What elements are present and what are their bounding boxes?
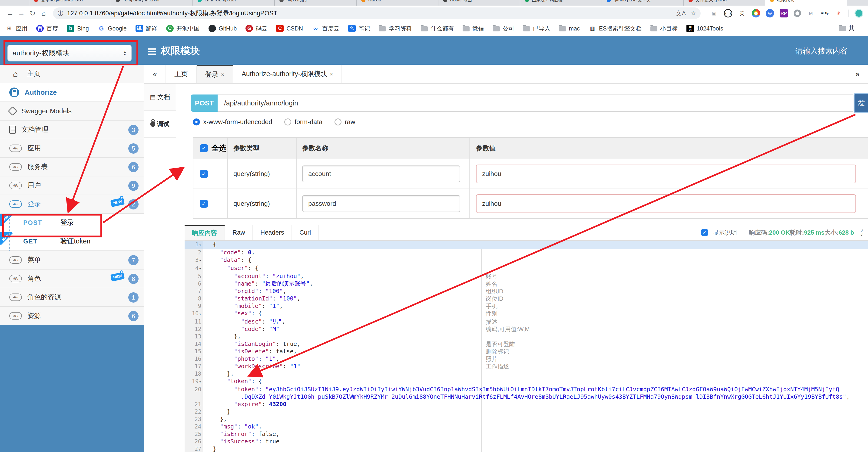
fold-caret-icon[interactable]: ▾ [199, 258, 201, 263]
fold-caret-icon[interactable]: ▾ [199, 379, 201, 384]
bookmark-item[interactable]: ∞ 百度云 [312, 25, 339, 32]
browser-tab[interactable]: 登录/loginUsingPOST [29, 0, 111, 6]
content-tab[interactable]: 登录 × [197, 65, 233, 83]
extension-icon[interactable]: ▣ [710, 9, 718, 18]
body-type-radio[interactable]: form-data [284, 118, 322, 126]
fold-caret-icon[interactable]: ▾ [199, 243, 201, 247]
doc-nav-item[interactable]: 调试 [144, 111, 176, 138]
close-tab-icon[interactable]: × [221, 71, 224, 79]
browser-tab[interactable]: Land-Composer [192, 0, 274, 6]
body-type-radio[interactable]: x-www-form-urlencoded [193, 118, 272, 126]
extension-icon[interactable]: {…} [724, 9, 732, 18]
bookmark-star-icon[interactable]: ☆ [691, 10, 696, 17]
param-value-input[interactable]: zuihou [476, 165, 856, 183]
profile-avatar[interactable] [855, 9, 863, 18]
sidebar-item[interactable]: 菜单 7 [0, 251, 144, 270]
browser-tab[interactable]: Route 地图 [438, 0, 520, 6]
sidebar-item[interactable]: Swagger Models [0, 102, 144, 120]
sidebar-item[interactable]: 服务表 6 [0, 158, 144, 176]
site-info-icon[interactable]: ⓘ [58, 9, 63, 17]
bookmark-item[interactable]: G Google [98, 25, 127, 32]
fullscreen-icon[interactable]: ↗↙ [859, 229, 865, 236]
show-desc-checkbox[interactable] [701, 229, 708, 236]
row-checkbox[interactable] [200, 200, 208, 207]
bookmark-item[interactable]: b Bing [67, 25, 89, 32]
extension-icon[interactable]: ✳ [835, 9, 843, 18]
line-number[interactable]: 21 [185, 401, 203, 408]
home-icon[interactable]: ⌂ [38, 9, 49, 17]
request-url-input[interactable]: /api/authority/anno/login [218, 94, 853, 112]
line-number[interactable]: 9 [185, 302, 203, 310]
bookmark-item[interactable]: 10 24 1024Tools [686, 25, 723, 32]
line-number[interactable]: 1▾ [185, 241, 203, 249]
extension-icon[interactable] [752, 9, 760, 18]
bookmark-item[interactable]: 什么都有 [421, 25, 454, 32]
sidebar-item[interactable]: ⌂ 主页 [0, 65, 144, 83]
reload-icon[interactable]: ↻ [27, 9, 38, 18]
response-tab[interactable]: Raw [225, 225, 253, 240]
line-number[interactable]: 23 [185, 416, 203, 423]
line-number[interactable]: 5 [185, 273, 203, 280]
extension-icon[interactable]: 英 [738, 9, 746, 18]
extension-icon[interactable]: M [807, 9, 815, 18]
body-type-radio[interactable]: raw [335, 118, 355, 126]
browser-tab[interactable]: github push 文件夹 [601, 0, 683, 6]
response-tab[interactable]: Headers [253, 225, 292, 240]
line-number[interactable]: 11 [185, 318, 203, 326]
browser-tab[interactable]: 文件超大 (pack) [683, 0, 765, 6]
content-tab[interactable]: 主页 [165, 65, 197, 83]
back-icon[interactable]: ← [5, 9, 16, 17]
line-number[interactable]: 2 [185, 249, 203, 256]
line-number[interactable]: 17 [185, 363, 203, 370]
extension-icon[interactable] [794, 9, 801, 17]
menu-toggle-icon[interactable] [148, 47, 156, 56]
collapse-sidebar-icon[interactable]: « [144, 65, 165, 83]
line-number[interactable]: 27 [185, 445, 203, 452]
extension-icon[interactable]: Git Zip [820, 9, 829, 18]
line-number[interactable]: 14 [185, 340, 203, 348]
row-checkbox[interactable] [200, 170, 208, 178]
more-tabs-icon[interactable]: » [847, 65, 868, 83]
sidebar-item[interactable]: 用户 9 [0, 176, 144, 195]
extension-icon[interactable]: RP [780, 9, 788, 18]
translate-icon[interactable]: 文A [676, 9, 686, 18]
browser-tab[interactable]: 权限模块 [765, 0, 847, 6]
line-number[interactable]: 19▾ [185, 377, 203, 386]
bookmark-item[interactable]: GitHub [209, 25, 237, 32]
line-number[interactable]: 10▾ [185, 310, 203, 318]
line-number[interactable]: 4▾ [185, 264, 203, 273]
sidebar-item[interactable]: NEW POST 登录 [0, 214, 144, 232]
response-tab[interactable]: Curl [292, 225, 319, 240]
sidebar-item[interactable]: 资源 6 [0, 307, 144, 326]
line-number[interactable]: 24 [185, 423, 203, 430]
sidebar-item[interactable]: NEW GET 验证token [0, 232, 144, 251]
line-number[interactable]: 16 [185, 355, 203, 363]
send-request-button[interactable]: 发 [854, 93, 868, 113]
bookmark-item[interactable]: 小目标 [650, 25, 678, 32]
line-number[interactable]: 7 [185, 287, 203, 295]
response-body-editor[interactable]: 1▾ { 2 "code": 0, 3▾ "data": { [185, 241, 868, 452]
browser-tab[interactable]: Nacos [356, 0, 438, 6]
line-number[interactable]: 26 [185, 438, 203, 445]
browser-tab[interactable]: 国家统计局数据 [520, 0, 601, 6]
browser-tab[interactable]: https://知乎 [274, 0, 356, 6]
doc-nav-item[interactable]: 文档 [144, 84, 176, 111]
line-number[interactable]: 18 [185, 370, 203, 377]
line-number[interactable]: 8 [185, 295, 203, 302]
bookmark-item[interactable]: C 开源中国 [166, 25, 200, 32]
browser-tab[interactable]: Temporary Interval [111, 0, 192, 6]
extension-icon[interactable] [766, 9, 774, 18]
module-select[interactable]: authority-权限模块 ▲▼ [7, 45, 131, 61]
line-number[interactable]: 12 [185, 326, 203, 333]
sidebar-item[interactable]: 登录 NEW 2 [0, 195, 144, 214]
line-number[interactable]: 25 [185, 430, 203, 438]
bookmark-item[interactable]: ⊞ 应用 [6, 25, 27, 32]
line-number[interactable]: 6 [185, 280, 203, 287]
sidebar-item[interactable]: Authorize [0, 83, 144, 102]
sidebar-item[interactable]: 应用 5 [0, 139, 144, 158]
sidebar-item[interactable]: 角色 NEW 8 [0, 270, 144, 288]
fold-caret-icon[interactable]: ▾ [199, 266, 201, 271]
bookmark-item[interactable]: 译 翻译 [135, 25, 157, 32]
line-number[interactable]: 22 [185, 408, 203, 416]
address-input[interactable]: ⓘ 127.0.0.1:8760/api/gate/doc.html#/auth… [53, 7, 701, 19]
